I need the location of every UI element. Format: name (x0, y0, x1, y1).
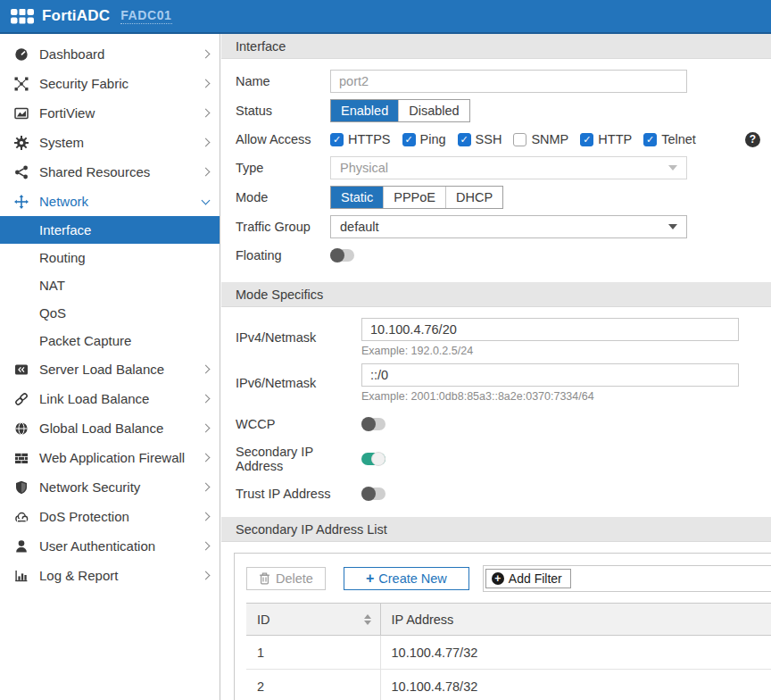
status-enabled-button[interactable]: Enabled (331, 100, 399, 121)
fortiview-icon (13, 106, 29, 121)
cell-ip[interactable]: 10.100.4.77/32 (380, 636, 771, 670)
cell-id[interactable]: 1 (246, 636, 380, 670)
floating-label: Floating (236, 248, 330, 262)
table-row[interactable]: 2 10.100.4.78/32 (246, 670, 771, 700)
sidebar-item-dos-protection[interactable]: DoS Protection (0, 502, 220, 531)
filter-bar[interactable]: + Add Filter (483, 565, 771, 592)
sidebar-item-web-application-firewall[interactable]: Web Application Firewall (0, 443, 220, 472)
cloud-icon (13, 510, 29, 524)
ssh-checkbox[interactable] (458, 133, 471, 146)
mode-pppoe-button[interactable]: PPPoE (384, 187, 446, 208)
column-header-id[interactable]: ID (246, 604, 380, 636)
sidebar-subitem-packet-capture[interactable]: Packet Capture (0, 327, 220, 354)
chevron-right-icon (202, 365, 211, 374)
sidebar-item-security-fabric[interactable]: Security Fabric (0, 69, 220, 98)
hostname-badge[interactable]: FADC01 (120, 8, 171, 24)
chevron-right-icon (202, 571, 211, 580)
sidebar-subitem-routing[interactable]: Routing (0, 244, 220, 271)
checkbox-snmp[interactable]: SNMP (513, 132, 568, 146)
traffic-group-dropdown[interactable]: default (330, 215, 687, 238)
checkbox-https[interactable]: HTTPS (330, 132, 391, 146)
section-title: Interface (236, 39, 286, 54)
sidebar-item-global-load-balance[interactable]: Global Load Balance (0, 413, 220, 443)
sidebar-item-link-load-balance[interactable]: Link Load Balance (0, 384, 220, 413)
chevron-down-icon (202, 196, 211, 204)
cell-ip[interactable]: 10.100.4.78/32 (380, 670, 771, 700)
sidebar-item-fortiview[interactable]: FortiView (0, 98, 220, 128)
sidebar-item-user-authentication[interactable]: User Authentication (0, 531, 220, 561)
section-header-secondary-ip-list: Secondary IP Address List (221, 517, 771, 542)
http-checkbox[interactable] (580, 133, 593, 146)
trust-ip-label: Trust IP Address (236, 487, 361, 501)
floating-row: Floating (236, 245, 771, 266)
snmp-checkbox[interactable] (513, 133, 526, 146)
mode-segmented-control: Static PPPoE DHCP (330, 186, 503, 209)
cell-id[interactable]: 2 (246, 670, 380, 700)
table-row[interactable]: 1 10.100.4.77/32 (246, 636, 771, 670)
https-checkbox[interactable] (330, 133, 344, 146)
wccp-toggle[interactable] (361, 418, 386, 430)
main-content: Interface Name Status Enabled Disabled A… (221, 34, 771, 700)
ipv4-input[interactable] (361, 318, 739, 341)
ipv6-example-text: Example: 2001:0db8:85a3::8a2e:0370:7334/… (361, 390, 739, 403)
type-label: Type (236, 161, 330, 175)
chevron-right-icon (202, 395, 211, 404)
sidebar-item-network[interactable]: Network (0, 187, 220, 216)
type-row: Type Physical (236, 156, 771, 179)
sidebar-item-log-report[interactable]: Log & Report (0, 561, 220, 590)
status-disabled-button[interactable]: Disabled (399, 100, 468, 121)
secondary-ip-row: Secondary IP Address (236, 445, 771, 473)
chevron-down-icon (668, 165, 677, 171)
sidebar-subitem-nat[interactable]: NAT (0, 271, 220, 299)
help-icon[interactable]: ? (745, 132, 760, 147)
floating-toggle[interactable] (330, 249, 354, 262)
add-filter-button[interactable]: + Add Filter (485, 569, 571, 588)
ping-checkbox[interactable] (402, 133, 416, 146)
delete-button[interactable]: Delete (246, 567, 326, 590)
traffic-group-value: default (340, 220, 379, 234)
section-header-mode-specifics: Mode Specifics (221, 282, 771, 307)
top-bar: FortiADC FADC01 (0, 0, 771, 34)
sort-icon[interactable] (364, 614, 371, 625)
server-icon (13, 362, 29, 377)
chevron-right-icon (202, 424, 211, 433)
name-row: Name (236, 70, 771, 93)
checkbox-http[interactable]: HTTP (580, 132, 632, 146)
sidebar-subitem-qos[interactable]: QoS (0, 299, 220, 327)
sidebar-item-dashboard[interactable]: Dashboard (0, 39, 220, 69)
sidebar-item-shared-resources[interactable]: Shared Resources (0, 157, 220, 187)
create-new-button[interactable]: + Create New (344, 567, 469, 590)
mode-specifics-form: IPv4/Netmask Example: 192.0.2.5/24 IPv6/… (221, 318, 771, 504)
secondary-ip-toggle[interactable] (361, 453, 386, 465)
table-toolbar: Delete + Create New + Add Filter (246, 565, 771, 592)
name-label: Name (236, 74, 330, 88)
mode-static-button[interactable]: Static (331, 187, 384, 208)
type-value: Physical (340, 161, 388, 175)
checkbox-telnet[interactable]: Telnet (643, 132, 696, 146)
ipv4-example-text: Example: 192.0.2.5/24 (361, 345, 739, 357)
mode-row: Mode Static PPPoE DHCP (236, 186, 771, 209)
name-input[interactable] (330, 70, 687, 93)
ipv4-row: IPv4/Netmask Example: 192.0.2.5/24 (236, 318, 771, 357)
telnet-checkbox[interactable] (643, 133, 657, 146)
ipv6-input[interactable] (361, 363, 739, 387)
fortinet-logo-icon (11, 9, 34, 24)
trust-ip-toggle[interactable] (361, 488, 386, 500)
dashboard-icon (13, 47, 29, 62)
chevron-right-icon (202, 50, 211, 59)
checkbox-ssh[interactable]: SSH (458, 132, 502, 146)
chevron-down-icon (668, 224, 677, 229)
type-dropdown: Physical (330, 156, 687, 179)
chevron-right-icon (202, 109, 211, 118)
sidebar-item-system[interactable]: System (0, 128, 220, 157)
user-icon (13, 539, 29, 554)
interface-form: Name Status Enabled Disabled Allow Acces… (221, 70, 771, 266)
sidebar-subitem-interface[interactable]: Interface (0, 216, 220, 244)
sidebar-item-network-security[interactable]: Network Security (0, 472, 220, 502)
mode-dhcp-button[interactable]: DHCP (446, 187, 502, 208)
sidebar-item-server-load-balance[interactable]: Server Load Balance (0, 354, 220, 384)
checkbox-ping[interactable]: Ping (402, 132, 446, 146)
ipv6-row: IPv6/Netmask Example: 2001:0db8:85a3::8a… (236, 363, 771, 403)
wccp-row: WCCP (236, 413, 771, 435)
column-header-ip-address[interactable]: IP Address (380, 604, 771, 636)
